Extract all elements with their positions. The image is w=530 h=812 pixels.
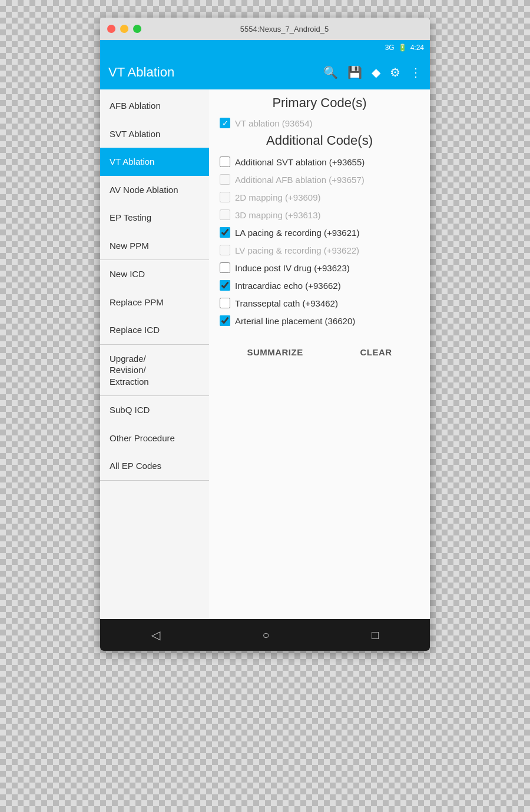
primary-section-title: Primary Code(s): [218, 95, 420, 111]
sidebar-item-afb-ablation[interactable]: AFB Ablation: [100, 92, 209, 120]
code-checkbox-7[interactable]: [220, 280, 230, 291]
code-label-8[interactable]: Transseptal cath (+93462): [220, 298, 338, 308]
sidebar-item-all-ep-codes[interactable]: All EP Codes: [100, 452, 209, 481]
code-row-7: Intracardiac echo (+93662): [218, 277, 420, 294]
home-button[interactable]: ○: [262, 628, 269, 642]
sidebar-item-other-procedure[interactable]: Other Procedure: [100, 424, 209, 452]
code-label-4[interactable]: LA pacing & recording (+93621): [220, 227, 359, 238]
sidebar-item-av-node-ablation[interactable]: AV Node Ablation: [100, 176, 209, 204]
maximize-button[interactable]: [133, 25, 141, 33]
additional-section-title: Additional Code(s): [218, 133, 420, 148]
code-checkbox-2: [220, 192, 230, 202]
sidebar-item-vt-ablation[interactable]: VT Ablation: [100, 148, 209, 176]
minimize-button[interactable]: [120, 25, 128, 33]
code-text-5: LV pacing & recording (+93622): [235, 245, 359, 255]
close-button[interactable]: [107, 25, 115, 33]
settings-icon[interactable]: ⚙: [390, 65, 400, 79]
code-text-1: Additional AFB ablation (+93657): [235, 175, 365, 185]
search-icon[interactable]: 🔍: [323, 65, 338, 79]
code-label-3: 3D mapping (+93613): [220, 209, 321, 220]
sidebar-item-upgrade-revision-extraction[interactable]: Upgrade/Revision/Extraction: [100, 345, 209, 397]
sidebar-item-subq-icd[interactable]: SubQ ICD: [100, 396, 209, 424]
code-row-8: Transseptal cath (+93462): [218, 294, 420, 312]
sidebar-item-ep-testing[interactable]: EP Testing: [100, 204, 209, 232]
action-row: SUMMARIZE CLEAR: [218, 341, 420, 363]
sidebar: AFB Ablation SVT Ablation VT Ablation AV…: [100, 89, 209, 619]
code-checkbox-6[interactable]: [220, 262, 230, 273]
clock: 4:24: [410, 44, 424, 52]
sidebar-item-replace-ppm[interactable]: Replace PPM: [100, 288, 209, 317]
code-label-0[interactable]: Additional SVT ablation (+93655): [220, 157, 365, 167]
signal-indicator: 3G: [385, 44, 395, 52]
app-bar: VT Ablation 🔍 💾 ◆ ⚙ ⋮: [100, 55, 430, 89]
code-label-1: Additional AFB ablation (+93657): [220, 174, 365, 185]
sidebar-item-new-icd[interactable]: New ICD: [100, 260, 209, 288]
nav-bar: ◁ ○ □: [100, 619, 430, 651]
title-bar: 5554:Nexus_7_Android_5: [100, 18, 430, 40]
code-label-6[interactable]: Induce post IV drug (+93623): [220, 262, 350, 273]
recent-button[interactable]: □: [372, 628, 379, 642]
right-panel: Primary Code(s) ✓ VT ablation (93654) Ad…: [209, 89, 430, 619]
code-text-6: Induce post IV drug (+93623): [235, 263, 350, 273]
content-area: AFB Ablation SVT Ablation VT Ablation AV…: [100, 89, 430, 619]
code-text-2: 2D mapping (+93609): [235, 192, 321, 202]
back-button[interactable]: ◁: [151, 628, 160, 642]
code-row-1: Additional AFB ablation (+93657): [218, 171, 420, 188]
code-row-4: LA pacing & recording (+93621): [218, 224, 420, 241]
window-title: 5554:Nexus_7_Android_5: [146, 25, 423, 34]
code-checkbox-1: [220, 174, 230, 185]
summarize-button[interactable]: SUMMARIZE: [247, 347, 303, 357]
code-label-2: 2D mapping (+93609): [220, 192, 321, 202]
code-checkbox-3: [220, 209, 230, 220]
clear-button[interactable]: CLEAR: [360, 347, 392, 357]
code-text-8: Transseptal cath (+93462): [235, 298, 338, 308]
code-row-3: 3D mapping (+93613): [218, 206, 420, 224]
code-text-7: Intracardiac echo (+93662): [235, 281, 341, 291]
sidebar-item-replace-icd[interactable]: Replace ICD: [100, 316, 209, 345]
code-checkbox-0[interactable]: [220, 157, 230, 167]
code-row-9: Arterial line placement (36620): [218, 312, 420, 330]
code-text-9: Arterial line placement (36620): [235, 316, 355, 326]
nav-icon[interactable]: ◆: [372, 65, 380, 79]
primary-code-checkbox[interactable]: ✓: [220, 118, 230, 128]
battery-icon: 🔋: [398, 44, 407, 52]
code-checkbox-5: [220, 245, 230, 255]
code-checkbox-9[interactable]: [220, 315, 230, 326]
code-row-5: LV pacing & recording (+93622): [218, 241, 420, 259]
app-window: 5554:Nexus_7_Android_5 3G 🔋 4:24 VT Abla…: [100, 18, 430, 651]
code-text-0: Additional SVT ablation (+93655): [235, 157, 365, 167]
code-row-0: Additional SVT ablation (+93655): [218, 153, 420, 171]
primary-code-row: ✓ VT ablation (93654): [218, 115, 420, 133]
code-label-7[interactable]: Intracardiac echo (+93662): [220, 280, 341, 291]
app-title: VT Ablation: [108, 65, 314, 80]
code-label-9[interactable]: Arterial line placement (36620): [220, 315, 355, 326]
code-checkbox-8[interactable]: [220, 298, 230, 308]
more-icon[interactable]: ⋮: [410, 65, 422, 79]
code-text-3: 3D mapping (+93613): [235, 210, 321, 220]
primary-code-label: VT ablation (93654): [235, 118, 312, 128]
code-text-4: LA pacing & recording (+93621): [235, 228, 359, 238]
status-bar: 3G 🔋 4:24: [100, 40, 430, 55]
save-icon[interactable]: 💾: [347, 65, 362, 79]
code-checkbox-4[interactable]: [220, 227, 230, 238]
sidebar-item-new-ppm[interactable]: New PPM: [100, 232, 209, 261]
code-row-6: Induce post IV drug (+93623): [218, 259, 420, 277]
code-row-2: 2D mapping (+93609): [218, 188, 420, 206]
code-label-5: LV pacing & recording (+93622): [220, 245, 359, 255]
sidebar-item-svt-ablation[interactable]: SVT Ablation: [100, 120, 209, 148]
